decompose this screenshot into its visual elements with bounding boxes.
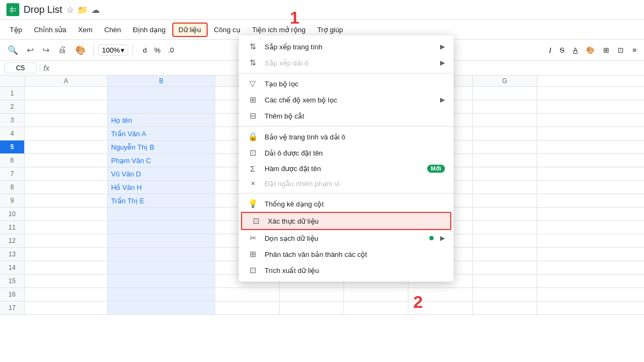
- sort-sheet-icon: ⇅: [247, 42, 258, 51]
- sort-range-arrow: ▶: [440, 59, 445, 67]
- filter-views-icon: ⊞: [247, 95, 258, 105]
- menu-cong-cu[interactable]: Công cụ: [209, 24, 246, 36]
- borders-btn[interactable]: ⊞: [600, 45, 612, 56]
- menu-divider-3: [239, 193, 453, 194]
- cell-g6[interactable]: [473, 154, 537, 167]
- format-percent-btn[interactable]: %: [151, 45, 164, 56]
- cell-g1[interactable]: [473, 87, 537, 100]
- add-slicer-label: Thêm bộ cắt: [265, 112, 445, 120]
- menu-xem[interactable]: Xem: [73, 24, 98, 36]
- menu-tep[interactable]: Tệp: [4, 24, 27, 36]
- validate-label: Xác thực dữ liệu: [268, 217, 442, 225]
- cell-b1[interactable]: [108, 87, 215, 100]
- merge-btn[interactable]: ⊡: [614, 45, 627, 56]
- named-func-label: Hàm được đặt tên: [265, 165, 421, 173]
- cell-a7[interactable]: [25, 167, 108, 180]
- menu-validate[interactable]: ⊡ Xác thực dữ liệu: [241, 212, 451, 230]
- cell-b8[interactable]: Hồ Văn H: [108, 181, 215, 194]
- cell-g3[interactable]: [473, 114, 537, 127]
- cell-a3[interactable]: [25, 114, 108, 127]
- title-icons: ☆ 📁 ☁: [67, 5, 100, 15]
- extract-icon: ⊡: [247, 265, 258, 275]
- extract-label: Trích xuất dữ liệu: [265, 267, 445, 275]
- col-header-g: G: [473, 76, 537, 86]
- cell-g4[interactable]: [473, 127, 537, 140]
- col-stats-label: Thống kê dạng cột: [265, 200, 445, 208]
- header-spacer: [0, 76, 25, 86]
- cell-a6[interactable]: [25, 154, 108, 167]
- cell-b3[interactable]: Họ tên: [108, 114, 215, 127]
- cell-b5[interactable]: Nguyễn Thị B: [108, 141, 215, 153]
- menu-cleanup[interactable]: ✂ Dọn sạch dữ liệu ▶: [239, 230, 453, 246]
- undo-btn[interactable]: ↩: [24, 43, 37, 57]
- folder-icon[interactable]: 📁: [77, 5, 88, 15]
- cloud-icon[interactable]: ☁: [91, 5, 100, 15]
- cell-a4[interactable]: [25, 127, 108, 140]
- menu-chen[interactable]: Chèn: [99, 24, 126, 36]
- filter-views-label: Các chế độ xem bộ lọc: [265, 96, 434, 104]
- strikethrough-btn[interactable]: S: [557, 45, 568, 56]
- lock-icon: 🔒: [247, 132, 258, 142]
- cell-g9[interactable]: [473, 194, 537, 207]
- table-row: 17: [0, 301, 644, 315]
- cell-a2[interactable]: [25, 100, 108, 113]
- cell-g5[interactable]: [473, 141, 537, 153]
- cell-a9[interactable]: [25, 194, 108, 207]
- cell-g8[interactable]: [473, 181, 537, 194]
- menu-add-slicer[interactable]: ⊟ Thêm bộ cắt: [239, 108, 453, 124]
- table-row: 16: [0, 288, 644, 301]
- menu-tien-ich[interactable]: Tiện ích mở rộng: [247, 24, 311, 36]
- toolbar-sep1: [93, 43, 94, 56]
- menu-named-range[interactable]: ⊡ Dải ô được đặt tên: [239, 145, 453, 161]
- fx-label: fx: [43, 64, 49, 72]
- row-number: 8: [0, 181, 25, 194]
- menu-create-filter[interactable]: ▽ Tạo bộ lọc: [239, 76, 453, 92]
- paint-format-btn[interactable]: 🎨: [72, 43, 89, 57]
- menu-extract[interactable]: ⊡ Trích xuất dữ liệu: [239, 262, 453, 278]
- cleanup-label: Dọn sạch dữ liệu: [265, 234, 423, 242]
- cell-a5[interactable]: [25, 141, 108, 153]
- format-decimal-btn[interactable]: .0: [165, 45, 177, 56]
- row-number: 5: [0, 141, 25, 153]
- search-btn[interactable]: 🔍: [4, 43, 21, 57]
- app-icon: [6, 3, 19, 16]
- menu-split-text[interactable]: ⊞ Phân tách văn bản thành các cột: [239, 246, 453, 262]
- menu-filter-views[interactable]: ⊞ Các chế độ xem bộ lọc ▶: [239, 92, 453, 108]
- cell-b7[interactable]: Vũ Văn D: [108, 167, 215, 180]
- cell-b6[interactable]: Phạm Văn C: [108, 154, 215, 167]
- cell-reference[interactable]: [4, 62, 36, 73]
- fill-color-btn[interactable]: 🎨: [583, 45, 598, 56]
- row-number: 9: [0, 194, 25, 207]
- zoom-control[interactable]: 100% ▾: [98, 45, 128, 56]
- cell-a1[interactable]: [25, 87, 108, 100]
- cell-b9[interactable]: Trần Thị E: [108, 194, 215, 207]
- menu-dinh-dang[interactable]: Định dạng: [127, 24, 171, 36]
- menu-chinh-sua[interactable]: Chỉnh sửa: [28, 24, 71, 36]
- menu-col-stats[interactable]: 💡 Thống kê dạng cột: [239, 196, 453, 212]
- menu-protect[interactable]: 🔒 Bảo vệ trang tính và dải ô: [239, 129, 453, 145]
- cell-b2[interactable]: [108, 100, 215, 113]
- cell-g2[interactable]: [473, 100, 537, 113]
- menu-sort-sheet[interactable]: ⇅ Sắp xếp trang tính ▶: [239, 39, 453, 55]
- redo-btn[interactable]: ↪: [39, 43, 53, 57]
- col-header-a: A: [25, 76, 108, 86]
- italic-btn[interactable]: I: [546, 44, 554, 56]
- menu-tro-giup[interactable]: Trợ giúp: [312, 24, 348, 36]
- filter-views-arrow: ▶: [440, 96, 445, 104]
- row-number: 2: [0, 100, 25, 113]
- print-btn[interactable]: 🖨: [55, 43, 70, 57]
- star-icon[interactable]: ☆: [67, 5, 74, 15]
- create-filter-label: Tạo bộ lọc: [265, 80, 445, 88]
- format-d-btn[interactable]: d: [140, 45, 150, 56]
- cell-b4[interactable]: Trần Văn A: [108, 127, 215, 140]
- sigma-icon: Σ: [247, 164, 258, 173]
- cell-a8[interactable]: [25, 181, 108, 194]
- menu-du-lieu[interactable]: Dữ liệu: [172, 23, 208, 37]
- align-btn[interactable]: ≡: [629, 45, 640, 56]
- annotation-number-1: 1: [290, 8, 299, 28]
- menu-named-func[interactable]: Σ Hàm được đặt tên Mới: [239, 161, 453, 176]
- underline-btn[interactable]: A: [570, 45, 581, 56]
- cell-g7[interactable]: [473, 167, 537, 180]
- menu-divider-1: [239, 73, 453, 73]
- named-range-label: Dải ô được đặt tên: [265, 149, 445, 157]
